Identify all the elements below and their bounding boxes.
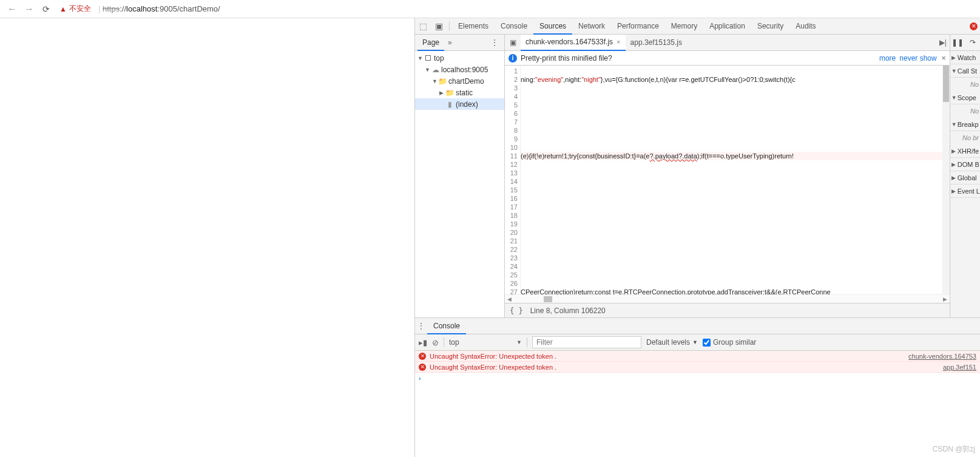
section-breakpoints[interactable]: ▼Breakp xyxy=(950,118,980,131)
tab-console[interactable]: Console xyxy=(495,18,533,35)
browser-toolbar: ← → ⟳ ▲ 不安全 | https://localhost:9005/cha… xyxy=(0,0,980,18)
close-icon[interactable]: × xyxy=(942,54,946,63)
vertical-scrollbar[interactable] xyxy=(942,66,950,294)
file-tab-chunk-vendors[interactable]: chunk-vendors.1647533f.js × xyxy=(521,35,626,51)
tab-memory[interactable]: Memory xyxy=(665,18,703,35)
navigator-tabs: Page » ⋮ xyxy=(415,35,504,51)
chevron-down-icon: ▼ xyxy=(692,339,698,345)
file-tab-app[interactable]: app.3ef15135.js xyxy=(626,35,687,51)
forward-button[interactable]: → xyxy=(21,4,38,15)
horizontal-scrollbar[interactable]: ◀ ▶ xyxy=(505,294,950,303)
sources-editor: ▣ chunk-vendors.1647533f.js × app.3ef151… xyxy=(505,35,950,317)
file-tree: ▼ top ▼ ☁ localhost:9005 ▼ 📁 chartDemo xyxy=(415,51,504,110)
separator: | xyxy=(96,5,103,13)
filter-input[interactable] xyxy=(532,336,641,348)
tab-security[interactable]: Security xyxy=(751,18,789,35)
close-tab-icon[interactable]: × xyxy=(617,38,620,46)
tab-console-drawer[interactable]: Console xyxy=(427,318,466,334)
section-xhr[interactable]: ▶XHR/fe xyxy=(950,144,980,158)
console-tabs: ⋮ Console xyxy=(415,318,980,334)
clear-console-icon[interactable]: ⊘ xyxy=(432,338,439,347)
breakpoints-hint: No br xyxy=(950,131,980,144)
folder-icon: 📁 xyxy=(445,89,455,97)
context-selector[interactable]: top ▼ xyxy=(449,338,522,347)
scrollbar-thumb[interactable] xyxy=(943,66,949,102)
warning-icon: ▲ xyxy=(59,5,67,13)
console-filter[interactable] xyxy=(532,336,641,348)
scroll-right-icon[interactable]: ▶ xyxy=(941,296,950,302)
console-toolbar: ▸▮ ⊘ top ▼ Default levels ▼ Group simil xyxy=(415,334,980,351)
device-toggle-icon[interactable]: ▣ xyxy=(431,21,447,31)
tab-elements[interactable]: Elements xyxy=(452,18,495,35)
tree-folder-chartdemo[interactable]: ▼ 📁 chartDemo xyxy=(415,75,504,87)
tab-network[interactable]: Network xyxy=(572,18,611,35)
sidebar-toggle-icon[interactable]: ▸▮ xyxy=(419,338,427,347)
security-status[interactable]: ▲ 不安全 xyxy=(55,4,96,14)
section-event[interactable]: ▶Event L xyxy=(950,184,980,198)
group-similar-checkbox[interactable]: Group similar xyxy=(703,338,756,347)
drawer-menu-icon[interactable]: ⋮ xyxy=(415,322,427,330)
console-error-row[interactable]: ✕ Uncaught SyntaxError: Unexpected token… xyxy=(415,362,980,373)
expand-icon[interactable]: ▶ xyxy=(439,90,445,96)
step-over-button[interactable]: ↷ xyxy=(965,38,980,47)
file-tabs: ▣ chunk-vendors.1647533f.js × app.3ef151… xyxy=(505,35,950,51)
section-watch[interactable]: ▶Watch xyxy=(950,51,980,64)
scrollbar-thumb[interactable] xyxy=(544,296,552,302)
tab-application[interactable]: Application xyxy=(703,18,751,35)
cloud-icon: ☁ xyxy=(431,66,440,74)
console-prompt[interactable]: › xyxy=(415,373,980,384)
pretty-more-link[interactable]: more xyxy=(879,54,896,63)
navigator-menu-icon[interactable]: ⋮ xyxy=(487,38,502,47)
tab-page[interactable]: Page xyxy=(417,35,444,51)
error-location-link[interactable]: app.3ef151 xyxy=(943,364,976,371)
pretty-never-link[interactable]: never show xyxy=(899,54,936,63)
debugger-sidebar: ❚❚ ↷ ▶Watch ▼Call St No ▼Scope No ▼Break… xyxy=(950,35,980,317)
tab-audits[interactable]: Audits xyxy=(789,18,822,35)
folder-icon: 📁 xyxy=(438,77,447,86)
code-content[interactable]: ning:"evening",night:"night"},vu={G:func… xyxy=(521,66,950,294)
editor-statusbar: { } Line 8, Column 106220 xyxy=(505,303,950,317)
collapse-icon[interactable]: ▼ xyxy=(432,78,438,84)
pause-button[interactable]: ❚❚ xyxy=(950,38,965,47)
group-similar-input[interactable] xyxy=(703,339,711,347)
inspect-icon[interactable]: ⬚ xyxy=(415,21,431,31)
tree-host[interactable]: ▼ ☁ localhost:9005 xyxy=(415,64,504,75)
devtools-panel: ⬚ ▣ Elements Console Sources Network Per… xyxy=(414,18,980,457)
show-drawer-icon[interactable]: ▶| xyxy=(936,38,950,47)
security-label: 不安全 xyxy=(69,4,91,14)
log-levels[interactable]: Default levels ▼ xyxy=(646,338,698,347)
collapse-icon[interactable]: ▼ xyxy=(425,67,431,73)
chevron-down-icon: ▼ xyxy=(516,339,522,345)
collapse-icon[interactable]: ▼ xyxy=(417,55,424,61)
section-scope[interactable]: ▼Scope xyxy=(950,91,980,104)
tree-top[interactable]: ▼ top xyxy=(415,52,504,64)
pretty-print-bar: i Pretty-print this minified file? more … xyxy=(505,51,950,66)
line-gutter: 1234567891011121314151617181920212223242… xyxy=(505,66,521,294)
separator xyxy=(449,21,450,31)
address-bar[interactable]: https://localhost:9005/chartDemo/ xyxy=(103,4,220,13)
tree-folder-static[interactable]: ▶ 📁 static xyxy=(415,87,504,98)
error-badge-icon[interactable]: ✕ xyxy=(970,22,978,30)
error-location-link[interactable]: chunk-vendors.164753 xyxy=(908,353,976,360)
reload-button[interactable]: ⟳ xyxy=(38,4,55,14)
pretty-print-question: Pretty-print this minified file? xyxy=(521,54,612,63)
code-editor[interactable]: 1234567891011121314151617181920212223242… xyxy=(505,66,950,294)
file-icon: ▮ xyxy=(445,100,455,109)
section-callstack[interactable]: ▼Call St xyxy=(950,64,980,78)
nav-sidebar-icon[interactable]: ▣ xyxy=(505,38,521,47)
tree-file-index[interactable]: ▮ (index) xyxy=(415,98,504,110)
more-tabs-icon[interactable]: » xyxy=(444,38,456,47)
format-icon[interactable]: { } xyxy=(510,306,523,315)
scroll-left-icon[interactable]: ◀ xyxy=(505,296,513,302)
sources-navigator: Page » ⋮ ▼ top ▼ ☁ localhost:9005 xyxy=(415,35,505,317)
section-dom[interactable]: ▶DOM B xyxy=(950,158,980,171)
watermark: CSDN @郭zj xyxy=(933,444,975,455)
console-error-row[interactable]: ✕ Uncaught SyntaxError: Unexpected token… xyxy=(415,351,980,362)
tab-sources[interactable]: Sources xyxy=(533,18,572,35)
page-content xyxy=(0,18,414,457)
tab-performance[interactable]: Performance xyxy=(611,18,665,35)
back-button[interactable]: ← xyxy=(4,4,21,15)
error-icon: ✕ xyxy=(419,353,426,360)
section-global[interactable]: ▶Global xyxy=(950,171,980,184)
scope-hint: No xyxy=(950,104,980,118)
